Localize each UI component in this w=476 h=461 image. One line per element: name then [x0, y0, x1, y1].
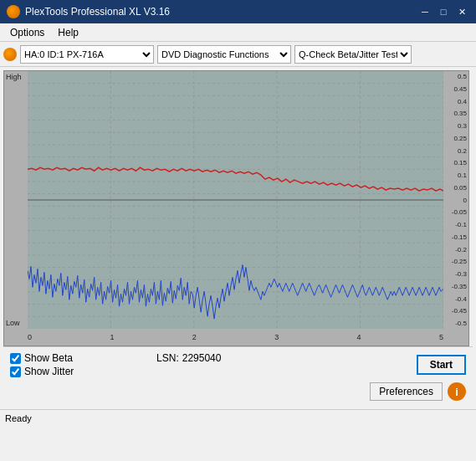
x-axis: 0 1 2 3 4 5: [28, 329, 443, 346]
window-controls: ─ □ ✕: [417, 4, 469, 19]
left-panel: Show Beta LSN: 2295040 Show Jitter: [10, 352, 221, 377]
y-label-low: Low: [6, 319, 26, 327]
chart-inner: [28, 71, 443, 329]
lsn-label: LSN:: [156, 352, 179, 364]
toolbar-icon: [3, 48, 17, 61]
info-button[interactable]: i: [448, 382, 466, 401]
show-beta-label: Show Beta: [24, 352, 73, 364]
show-jitter-label: Show Jitter: [24, 366, 74, 377]
y-label-high: High: [6, 73, 26, 81]
toolbar: HA:0 ID:1 PX-716A DVD Diagnostic Functio…: [0, 42, 476, 67]
menu-help[interactable]: Help: [51, 25, 85, 40]
close-button[interactable]: ✕: [454, 4, 469, 19]
status-bar: Ready: [0, 409, 476, 426]
main-content: High Low: [0, 67, 476, 409]
show-beta-checkbox-row: Show Beta: [10, 352, 73, 364]
y-axis-left: High Low: [4, 71, 28, 329]
maximize-button[interactable]: □: [436, 4, 451, 19]
chart-area: High Low: [3, 70, 469, 346]
y-axis-right: 0.5 0.45 0.4 0.35 0.3 0.25 0.2 0.15 0.1 …: [443, 71, 468, 329]
start-button[interactable]: Start: [417, 355, 466, 375]
bottom-panel: Show Beta LSN: 2295040 Show Jitter Start: [3, 346, 473, 406]
right-controls: Start: [417, 355, 466, 375]
menu-bar: Options Help: [0, 23, 476, 42]
drive-select[interactable]: HA:0 ID:1 PX-716A: [20, 45, 154, 64]
preferences-button[interactable]: Preferences: [370, 382, 443, 401]
lsn-info: LSN: 2295040: [156, 352, 221, 364]
show-beta-checkbox[interactable]: [10, 353, 21, 364]
app-icon: [7, 5, 20, 18]
function-select[interactable]: DVD Diagnostic Functions: [157, 45, 291, 64]
minimize-button[interactable]: ─: [417, 4, 432, 19]
show-jitter-checkbox[interactable]: [10, 366, 21, 377]
menu-options[interactable]: Options: [3, 25, 51, 40]
chart-svg: [28, 71, 443, 329]
title-bar: PlexTools Professional XL V3.16 ─ □ ✕: [0, 0, 476, 23]
show-jitter-checkbox-row: Show Jitter: [10, 366, 221, 377]
test-select[interactable]: Q-Check Beta/Jitter Test: [294, 45, 412, 64]
status-text: Ready: [5, 413, 32, 423]
window-title: PlexTools Professional XL V3.16: [25, 6, 417, 18]
lsn-value: 2295040: [182, 352, 222, 364]
